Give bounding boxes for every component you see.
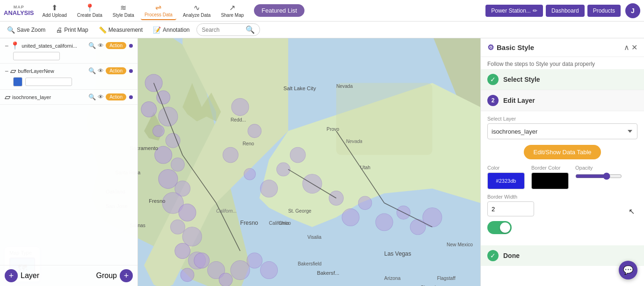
border-width-label: Border Width <box>487 194 637 200</box>
svg-point-30 <box>376 214 393 231</box>
layer-2-search-icon[interactable]: 🔍 <box>88 67 96 74</box>
print-icon: 🖨 <box>56 26 62 34</box>
add-layer-button[interactable]: + <box>5 269 18 282</box>
svg-text:Fresno: Fresno <box>149 198 165 204</box>
measurement-icon: 📏 <box>99 26 107 34</box>
main-content: Salt Lake City Provo Utah Las Vegas Flag… <box>0 38 644 286</box>
svg-point-22 <box>244 168 256 180</box>
nav-process-data[interactable]: ⇌ Process Data <box>141 1 176 20</box>
nav-style-data[interactable]: ≋ Style Data <box>109 1 138 20</box>
layer-1-color-row <box>5 52 133 60</box>
svg-text:Nevada: Nevada <box>336 84 353 89</box>
right-panel: ⚙ Basic Style ∧ ✕ Follow the steps to St… <box>480 38 644 286</box>
layer-3-search-icon[interactable]: 🔍 <box>88 93 96 100</box>
layer-2-action-button[interactable]: Action <box>106 67 126 74</box>
power-station-label: Power Station... <box>491 7 531 14</box>
layer-item-1: − 📍 united_states_californi... 🔍 👁 Actio… <box>0 38 137 64</box>
layer-1-action-button[interactable]: Action <box>106 42 126 49</box>
svg-text:Bakersf...: Bakersf... <box>317 270 340 276</box>
step-1-check: ✓ <box>487 74 499 85</box>
svg-text:Bakersfield: Bakersfield <box>298 261 322 266</box>
svg-text:Nevada: Nevada <box>346 139 362 144</box>
nav-share-map[interactable]: ↗ Share Map <box>217 1 247 20</box>
border-width-input[interactable] <box>487 201 534 216</box>
chevron-right-button[interactable]: ✕ <box>631 43 637 52</box>
svg-text:Utah: Utah <box>360 165 370 170</box>
featured-list-button[interactable]: Featured List <box>254 4 304 17</box>
color-value: #2323db <box>496 178 516 184</box>
products-button[interactable]: Products <box>587 5 621 17</box>
color-swatch-blue-large[interactable]: #2323db <box>487 172 525 189</box>
step-2-num: 2 <box>487 95 499 106</box>
svg-text:Visalia: Visalia <box>307 235 321 240</box>
collapse-layer-2-button[interactable]: − <box>5 67 8 75</box>
brand-top: MAP <box>14 5 24 9</box>
nav-create-data[interactable]: 📍 Create Data <box>73 1 106 20</box>
nav-share-map-label: Share Map <box>221 13 244 18</box>
print-map-button[interactable]: 🖨 Print Map <box>52 25 91 35</box>
panel-title: ⚙ Basic Style <box>487 43 534 52</box>
layer-2-color-input[interactable] <box>25 78 72 86</box>
nav-add-upload-label: Add Upload <box>43 13 67 18</box>
done-label: Done <box>503 252 520 259</box>
svg-point-25 <box>290 147 305 163</box>
layer-select-dropdown[interactable]: isochrones_layer <box>487 123 637 139</box>
toggle-knob <box>500 222 510 233</box>
style-icon: ≋ <box>120 3 126 12</box>
avatar-button[interactable]: J <box>625 3 640 18</box>
svg-point-6 <box>153 125 165 137</box>
collapse-layer-1-button[interactable]: − <box>5 42 8 50</box>
layer-2-eye-icon[interactable]: 👁 <box>98 67 104 74</box>
layer-3-icon: ▱ <box>5 93 10 101</box>
svg-point-37 <box>231 261 250 280</box>
svg-text:New Mexico: New Mexico <box>447 242 473 247</box>
search-box[interactable]: 🔍 <box>196 23 260 36</box>
layer-1-name: united_states_californi... <box>22 43 87 49</box>
layer-3-name: isochrones_layer <box>12 94 87 100</box>
layer-1-color-input[interactable] <box>13 52 60 60</box>
brand-logo: MAP ANALYSIS <box>4 5 34 16</box>
svg-point-4 <box>141 102 157 117</box>
layer-3-eye-icon[interactable]: 👁 <box>98 93 104 100</box>
step-2-row: 2 Edit Layer <box>481 90 644 111</box>
chat-bubble-button[interactable]: 💬 <box>619 261 637 279</box>
svg-rect-1 <box>336 83 432 155</box>
layer-footer-label: Layer <box>21 272 39 280</box>
search-input[interactable] <box>202 27 244 33</box>
svg-point-34 <box>194 253 210 268</box>
save-zoom-button[interactable]: 🔍 Save Zoom <box>4 25 49 35</box>
layer-2-icon: ▱ <box>10 66 16 75</box>
border-color-swatch[interactable] <box>531 172 569 189</box>
layer-2-icons: 🔍 👁 Action <box>88 67 133 74</box>
add-group-button[interactable]: + <box>120 269 133 282</box>
svg-text:Reno: Reno <box>243 141 254 146</box>
layer-2-color-swatch[interactable] <box>13 77 22 86</box>
measurement-button[interactable]: 📏 Measurement <box>95 25 146 35</box>
svg-text:St. George: St. George <box>288 208 311 214</box>
edit-icon: ✏ <box>533 7 537 14</box>
svg-text:Redd...: Redd... <box>231 117 246 122</box>
opacity-group: Opacity <box>575 165 622 180</box>
border-color-label: Border Color <box>531 165 569 171</box>
layer-3-action-dot <box>129 95 133 99</box>
color-section: Color #2323db Border Color Opacity <box>487 165 637 189</box>
layer-2-action-dot <box>129 69 133 73</box>
svg-point-28 <box>342 209 359 226</box>
svg-point-5 <box>159 107 178 126</box>
layer-1-search-icon[interactable]: 🔍 <box>88 42 96 49</box>
opacity-slider[interactable] <box>575 172 622 180</box>
power-station-button[interactable]: Power Station... ✏ <box>485 5 543 17</box>
nav-add-upload[interactable]: ⬆ Add Upload <box>39 1 71 20</box>
border-color-group: Border Color <box>531 165 569 189</box>
svg-point-9 <box>171 158 185 172</box>
layer-3-action-button[interactable]: Action <box>106 93 126 100</box>
svg-point-7 <box>166 133 180 148</box>
chevron-up-button[interactable]: ∧ <box>624 43 630 52</box>
panel-header: ⚙ Basic Style ∧ ✕ <box>481 38 644 57</box>
toggle-switch[interactable] <box>487 221 512 234</box>
layer-1-eye-icon[interactable]: 👁 <box>98 42 104 49</box>
nav-analyze-data[interactable]: ∿ Analyze Data <box>179 1 214 20</box>
annotation-button[interactable]: 📝 Annotation <box>150 25 193 35</box>
dashboard-button[interactable]: Dashboard <box>546 5 585 17</box>
edit-show-data-table-button[interactable]: Edit/Show Data Table <box>524 145 601 159</box>
